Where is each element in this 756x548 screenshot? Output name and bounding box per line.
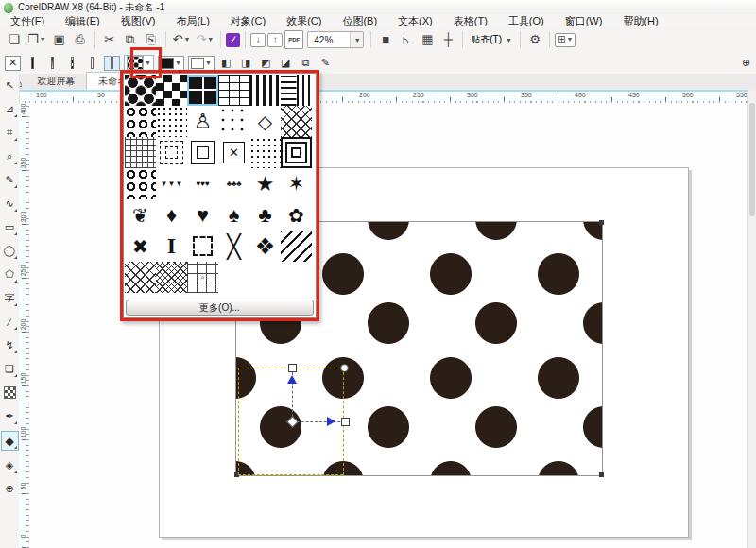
- fill-height-handle[interactable]: [288, 364, 297, 372]
- front-color-dropdown[interactable]: ▼: [158, 56, 184, 71]
- menu-item-7[interactable]: 文本(X): [387, 14, 443, 27]
- menu-item-5[interactable]: 效果(C): [276, 14, 332, 27]
- empty-pattern-swatch[interactable]: [281, 262, 312, 293]
- diamond-suit-pattern-swatch[interactable]: ♦: [156, 199, 187, 231]
- options-icon[interactable]: ⚙: [525, 30, 544, 49]
- show-rulers-icon[interactable]: ⊾: [397, 30, 416, 49]
- tab-welcome[interactable]: 欢迎屏幕: [26, 73, 86, 90]
- app-launcher-dropdown-arrow[interactable]: ▼: [566, 31, 573, 48]
- polygon-tool[interactable]: ⬠: [2, 265, 18, 283]
- redo-dropdown-arrow[interactable]: ▼: [207, 31, 214, 48]
- save-icon[interactable]: ▣: [50, 30, 69, 49]
- publish-pdf-icon[interactable]: PDF: [284, 30, 303, 49]
- open-folder-icon[interactable]: ❐▼: [26, 30, 48, 49]
- menu-item-3[interactable]: 布局(L): [165, 14, 219, 27]
- menu-item-9[interactable]: 工具(O): [498, 14, 555, 27]
- export-icon[interactable]: ↑: [267, 33, 283, 47]
- square-x-pattern-swatch[interactable]: ✕: [218, 137, 249, 168]
- heart-suit-pattern-swatch[interactable]: ♥: [187, 199, 218, 231]
- concentric-bold-pattern-swatch[interactable]: [281, 137, 312, 168]
- zoom-tool[interactable]: ⌕: [2, 147, 18, 165]
- redo-icon[interactable]: ↷▼: [194, 30, 215, 49]
- transparency-tool[interactable]: [2, 384, 18, 402]
- pinwheel-pattern-swatch[interactable]: ✶: [281, 168, 312, 199]
- paste-icon[interactable]: ⎘: [142, 30, 161, 49]
- shape-tool[interactable]: ⊿: [2, 100, 18, 118]
- copy-fill-properties-button[interactable]: ⧉: [298, 56, 314, 71]
- dots-large-pattern-swatch[interactable]: [125, 75, 156, 106]
- cross-window-pattern-swatch[interactable]: [187, 75, 218, 106]
- menu-item-0[interactable]: 文件(F): [0, 14, 55, 27]
- app-launcher-icon[interactable]: ⊞▼: [555, 33, 576, 47]
- drop-shadow-tool[interactable]: ❏: [2, 360, 18, 378]
- mirror-tiles-horizontal-button[interactable]: ◧: [218, 56, 234, 71]
- show-guidelines-icon[interactable]: ┼: [438, 30, 457, 49]
- menu-item-8[interactable]: 表格(T): [443, 14, 498, 27]
- menu-item-2[interactable]: 视图(V): [111, 14, 166, 27]
- hearts-small-pattern-swatch[interactable]: ♥♥♥: [187, 168, 218, 199]
- back-color-dropdown[interactable]: ▼: [188, 56, 215, 71]
- new-document-icon[interactable]: ❏: [5, 30, 24, 49]
- checker-pattern-swatch[interactable]: [156, 75, 187, 106]
- spade-suit-pattern-swatch[interactable]: ♠: [218, 199, 249, 231]
- menu-item-11[interactable]: 帮助(H): [612, 14, 668, 27]
- fullscreen-preview-icon[interactable]: ■: [376, 30, 395, 49]
- menu-item-4[interactable]: 对象(C): [220, 14, 276, 27]
- rotate-pattern-button[interactable]: ◩: [258, 56, 274, 71]
- search-content-icon[interactable]: ∕: [226, 33, 240, 47]
- steps-dotted-pattern-swatch[interactable]: [156, 106, 187, 137]
- bold-x-pattern-swatch[interactable]: ✖: [125, 231, 156, 262]
- bricks-pattern-swatch[interactable]: [218, 75, 249, 106]
- empty-pattern-swatch[interactable]: [218, 262, 249, 293]
- pattern-fill-button[interactable]: [64, 56, 80, 71]
- clubs-small-pattern-swatch[interactable]: ♣♣♣: [218, 168, 249, 199]
- triangles-pattern-swatch[interactable]: ▼▼▼: [156, 168, 187, 199]
- crossed-arrows-pattern-swatch[interactable]: ╳: [218, 231, 249, 262]
- cut-icon[interactable]: ✂: [100, 30, 119, 49]
- import-icon[interactable]: ↓: [250, 33, 266, 47]
- vertical-scrollbar[interactable]: [747, 90, 756, 548]
- fill-direction-arrow-right[interactable]: [327, 417, 335, 426]
- uniform-fill-button[interactable]: [25, 56, 41, 71]
- bars-mixed-pattern-swatch[interactable]: [281, 75, 312, 106]
- open-folder-dropdown-arrow[interactable]: ▼: [40, 31, 46, 48]
- menu-item-10[interactable]: 窗口(W): [555, 14, 613, 27]
- zoom-level-combo[interactable]: 42%▼: [307, 31, 364, 48]
- fill-rotation-handle[interactable]: [340, 364, 349, 372]
- maple-leaf-pattern-swatch[interactable]: ❦: [125, 199, 156, 231]
- star-pattern-swatch[interactable]: ★: [249, 168, 281, 199]
- no-fill-button[interactable]: ✕: [5, 56, 21, 71]
- copy-icon[interactable]: ⧉: [121, 30, 140, 49]
- rings-pattern-swatch[interactable]: [125, 106, 156, 137]
- diamond-dotted-pattern-swatch[interactable]: ◇: [249, 106, 281, 137]
- skew-pattern-button[interactable]: ◪: [278, 56, 294, 71]
- snap-to-button[interactable]: 贴齐(T)▼: [467, 31, 516, 48]
- dimension-tool[interactable]: ∕: [2, 313, 18, 331]
- ellipse-tool[interactable]: ◯: [2, 242, 18, 260]
- dots-fine-pattern-swatch[interactable]: [249, 137, 281, 168]
- crop-tool[interactable]: ⌗: [2, 124, 18, 142]
- two-color-pattern-button[interactable]: [104, 56, 120, 71]
- flower-pattern-swatch[interactable]: ✿: [281, 199, 312, 231]
- dashed-square-pattern-swatch[interactable]: [187, 231, 218, 262]
- edit-fill-button[interactable]: ✎: [318, 56, 334, 71]
- pick-tool[interactable]: ↖: [2, 77, 18, 94]
- spiral-squares-pattern-swatch[interactable]: [156, 137, 187, 168]
- rectangle-tool[interactable]: ▭: [2, 218, 18, 236]
- menu-item-1[interactable]: 编辑(E): [55, 14, 111, 27]
- scrollbar-thumb[interactable]: [749, 103, 755, 216]
- selection-handle-bottom-right[interactable]: [599, 472, 604, 477]
- crosshatch-pattern-swatch[interactable]: [156, 262, 187, 293]
- interactive-fill-tool[interactable]: ◆: [1, 431, 19, 451]
- quick-customize-button[interactable]: ⊕: [738, 56, 754, 71]
- print-icon[interactable]: ⎙: [71, 30, 90, 49]
- diamond-checker-pattern-swatch[interactable]: ❖: [249, 231, 281, 262]
- diagonal-stripes-pattern-swatch[interactable]: [281, 231, 312, 262]
- nested-squares-pattern-swatch[interactable]: [187, 137, 218, 168]
- dots-sparse-pattern-swatch[interactable]: [218, 106, 249, 137]
- fill-direction-arrow-up[interactable]: [287, 375, 297, 384]
- club-suit-pattern-swatch[interactable]: ♣: [249, 199, 281, 231]
- stripes-vertical-pattern-swatch[interactable]: [249, 75, 281, 106]
- fountain-fill-button[interactable]: [44, 56, 60, 71]
- undo-dropdown-arrow[interactable]: ▼: [184, 31, 191, 48]
